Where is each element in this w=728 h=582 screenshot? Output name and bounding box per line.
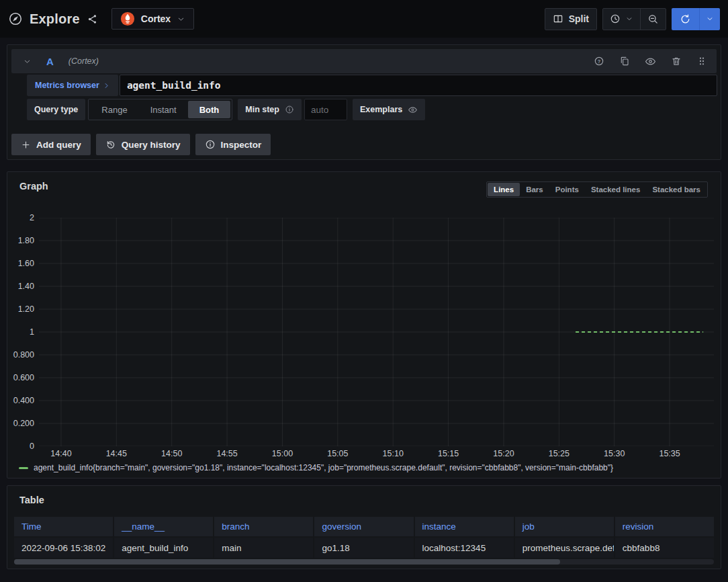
drag-handle-icon[interactable] xyxy=(696,56,707,67)
prometheus-logo-icon xyxy=(120,11,135,26)
y-tick-label: 0.800 xyxy=(13,350,34,360)
table-cell: 2022-09-06 15:38:02 xyxy=(14,538,113,558)
time-picker-button[interactable] xyxy=(603,9,640,30)
table-header-goversion[interactable]: goversion xyxy=(314,517,413,536)
query-ref-id[interactable]: A xyxy=(46,56,54,67)
graph-style-toggle: LinesBarsPointsStacked linesStacked bars xyxy=(486,181,708,198)
table-cell: cbbfabb8 xyxy=(615,538,714,558)
toggle-option-range[interactable]: Range xyxy=(90,101,138,118)
topbar-actions: Split xyxy=(545,8,720,30)
x-tick-label: 15:20 xyxy=(493,449,514,458)
x-tick-label: 14:55 xyxy=(216,449,237,458)
min-step-text: Min step xyxy=(245,105,279,114)
x-tick-label: 15:25 xyxy=(549,449,570,458)
zoom-out-icon xyxy=(647,13,659,25)
table-cell: agent_build_info xyxy=(114,538,213,558)
inspector-label: Inspector xyxy=(221,140,262,150)
min-step-input[interactable] xyxy=(304,99,347,120)
table-cell: main xyxy=(214,538,313,558)
hide-response-eye-icon[interactable] xyxy=(645,56,656,67)
table-panel: Table Time__name__branchgoversioninstanc… xyxy=(7,485,721,569)
help-icon[interactable]: ? xyxy=(594,56,604,67)
copy-query-icon[interactable] xyxy=(619,56,630,67)
y-tick-label: 1.60 xyxy=(18,259,34,268)
x-tick-label: 15:05 xyxy=(327,449,348,458)
query-options-row: Query type RangeInstantBoth Min step Exe… xyxy=(27,99,425,120)
x-tick-label: 14:50 xyxy=(161,449,182,458)
table-header-job[interactable]: job xyxy=(515,517,614,536)
table-cell: prometheus.scrape.default xyxy=(515,538,614,558)
topbar: Explore Cortex Split xyxy=(0,0,728,38)
graph-panel-title: Graph xyxy=(19,181,48,192)
add-query-button[interactable]: Add query xyxy=(11,134,91,155)
split-button[interactable]: Split xyxy=(545,8,597,30)
table-header-Time[interactable]: Time xyxy=(14,517,113,536)
refresh-interval-dropdown[interactable] xyxy=(699,8,720,30)
x-tick-label: 15:15 xyxy=(438,449,459,458)
exemplars-eye-icon[interactable] xyxy=(408,105,418,115)
query-type-label: Query type xyxy=(27,99,85,120)
refresh-button[interactable] xyxy=(672,8,699,30)
chevron-down-icon xyxy=(177,15,185,24)
datasource-picker[interactable]: Cortex xyxy=(111,8,194,30)
toggle-option-points[interactable]: Points xyxy=(549,183,585,196)
info-circle-icon xyxy=(205,139,216,150)
page-title: Explore xyxy=(30,11,80,27)
x-tick-label: 15:00 xyxy=(272,449,293,458)
query-editor-panel: A (Cortex) ? xyxy=(7,44,721,160)
refresh-icon xyxy=(680,13,691,25)
datasource-name: Cortex xyxy=(141,13,171,24)
time-picker-group xyxy=(602,8,666,30)
query-datasource-hint: (Cortex) xyxy=(69,56,99,66)
y-tick-label: 2 xyxy=(30,213,34,222)
query-actions-row: Add query Query history Inspector xyxy=(11,134,271,155)
remove-query-trash-icon[interactable] xyxy=(671,56,682,67)
metrics-browser-button[interactable]: Metrics browser xyxy=(27,75,118,96)
split-label: Split xyxy=(569,13,589,24)
scrollbar-thumb[interactable] xyxy=(14,559,560,565)
toggle-option-instant[interactable]: Instant xyxy=(139,101,188,118)
toggle-option-bars[interactable]: Bars xyxy=(520,183,549,196)
x-tick-label: 14:45 xyxy=(106,449,127,458)
toggle-option-stacked-lines[interactable]: Stacked lines xyxy=(585,183,647,196)
table-header-revision[interactable]: revision xyxy=(615,517,714,536)
split-icon xyxy=(553,13,563,24)
y-tick-label: 0 xyxy=(30,442,34,451)
legend-color-swatch[interactable] xyxy=(19,467,28,469)
graph-plot-area[interactable] xyxy=(39,218,714,446)
toggle-option-lines[interactable]: Lines xyxy=(488,183,520,196)
history-icon xyxy=(105,139,116,150)
toggle-option-both[interactable]: Both xyxy=(188,101,231,118)
table-header-instance[interactable]: instance xyxy=(415,517,514,536)
inspector-button[interactable]: Inspector xyxy=(195,134,271,155)
query-history-button[interactable]: Query history xyxy=(96,134,190,155)
x-axis-labels: 14:4014:4514:5014:5515:0015:0515:1015:15… xyxy=(39,449,714,460)
info-circle-icon[interactable] xyxy=(285,105,294,114)
collapse-chevron-icon[interactable] xyxy=(23,57,32,66)
legend-series-name[interactable]: agent_build_info{branch="main", goversio… xyxy=(34,463,613,472)
y-tick-label: 1.40 xyxy=(18,282,34,291)
clock-icon xyxy=(610,13,621,24)
graph-panel: Graph LinesBarsPointsStacked linesStacke… xyxy=(7,171,721,479)
table-cell: localhost:12345 xyxy=(415,538,514,558)
toggle-option-stacked-bars[interactable]: Stacked bars xyxy=(646,183,707,196)
min-step-label: Min step xyxy=(238,99,302,120)
query-expression-input[interactable] xyxy=(120,75,717,96)
add-query-label: Add query xyxy=(36,140,81,150)
graph-legend: agent_build_info{branch="main", goversio… xyxy=(19,463,613,472)
zoom-out-button[interactable] xyxy=(640,9,666,30)
table-horizontal-scrollbar[interactable] xyxy=(14,559,714,565)
table-header-branch[interactable]: branch xyxy=(214,517,313,536)
share-icon[interactable] xyxy=(87,13,98,25)
explore-compass-icon xyxy=(8,11,23,26)
query-history-label: Query history xyxy=(122,140,181,150)
y-tick-label: 0.400 xyxy=(13,396,34,405)
chevron-down-icon xyxy=(625,15,633,23)
plus-icon xyxy=(21,140,31,150)
table-panel-title: Table xyxy=(19,495,44,505)
table-row: 2022-09-06 15:38:02agent_build_infomaing… xyxy=(14,538,714,558)
table-header-name[interactable]: __name__ xyxy=(114,517,213,536)
refresh-button-group xyxy=(672,8,720,30)
graph-canvas xyxy=(39,218,714,446)
query-row-actions: ? xyxy=(594,56,707,67)
